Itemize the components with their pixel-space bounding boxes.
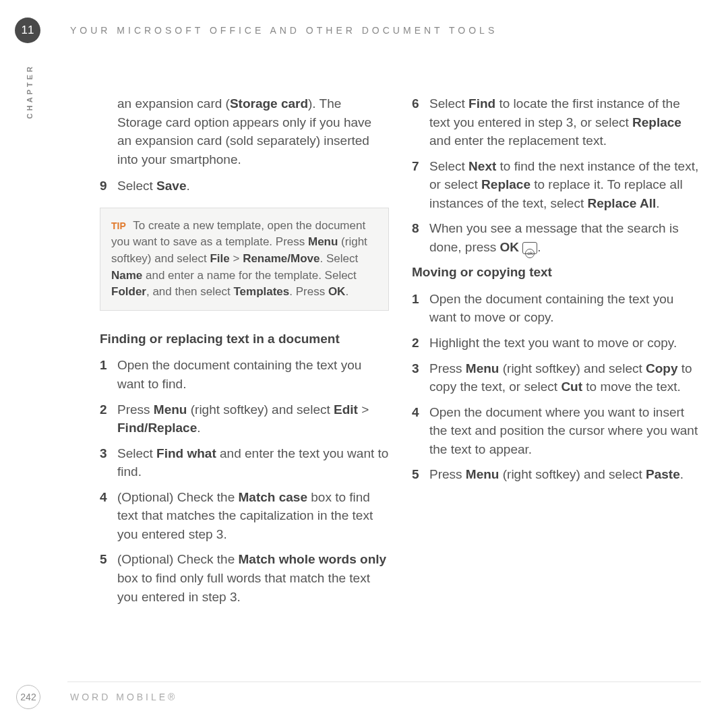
footer-divider [67,681,701,682]
tip-box: TIP To create a new template, open the d… [100,208,389,311]
t: > [230,252,243,265]
footer-title: WORD MOBILE® [70,692,177,702]
left-column: an expansion card (Storage card). The St… [100,94,389,613]
step-text: Open the document where you want to inse… [429,403,701,459]
step-number: 5 [100,550,117,606]
t: and enter a name for the template. Selec… [142,269,357,282]
t: Folder [111,285,146,298]
find-step-4: 4(Optional) Check the Match case box to … [100,488,389,544]
intro-paragraph: an expansion card (Storage card). The St… [117,94,389,169]
t: and enter the replacement text. [429,133,607,148]
step-number: 3 [100,444,117,481]
step-number: 1 [100,356,117,393]
t: (right softkey) and select [187,402,334,417]
t: Templates [233,285,289,298]
step-number: 4 [100,488,117,544]
chapter-label-vertical: CHAPTER [26,64,34,119]
t: Cut [561,380,582,394]
t: (right softkey) and select [499,467,646,481]
t: OK [328,285,346,298]
tip-label: TIP [111,220,126,231]
t: . [186,179,189,193]
chapter-number-badge: 11 [15,18,40,43]
t: , and then select [146,285,233,298]
t: Find [468,96,495,111]
t: Select [429,96,468,111]
t: Select [117,179,156,193]
t: Menu [466,467,499,481]
ok-icon: ok [522,242,537,254]
move-step-4: 4Open the document where you want to ins… [412,403,701,459]
move-step-5: 5Press Menu (right softkey) and select P… [412,465,701,484]
t: Press [117,402,154,417]
find-step-1: 1Open the document containing the text y… [100,356,389,393]
right-column: 6Select Find to locate the first instanc… [412,94,701,613]
find-step-5: 5(Optional) Check the Match whole words … [100,550,389,606]
t: . [537,240,541,254]
t: (right softkey) and select [499,361,646,375]
step-number: 6 [412,94,429,150]
t: Find/Replace [117,421,197,435]
t: Find what [156,446,216,460]
t: (Optional) Check the [117,490,239,504]
step-number: 7 [412,157,429,213]
find-step-8: 8When you see a message that the search … [412,219,701,256]
step-number: 3 [412,359,429,396]
t: Next [468,159,496,173]
step-number: 2 [100,400,117,437]
find-step-2: 2Press Menu (right softkey) and select E… [100,400,389,437]
step-number: 8 [412,219,429,256]
step-number: 5 [412,465,429,484]
t: Menu [466,361,499,375]
intro-pre: an expansion card ( [117,96,230,111]
t: Match whole words only [239,552,387,566]
t: Menu [154,402,187,417]
step-number: 9 [100,177,117,195]
t: Paste [646,467,680,481]
intro-bold: Storage card [230,96,308,111]
step-text: Press Menu (right softkey) and select Pa… [429,465,701,484]
page-number-badge: 242 [16,685,40,709]
t: Rename/Move [243,252,320,265]
t: Select [117,446,156,460]
step-text: Select Save. [117,177,389,195]
t: Press [429,361,466,375]
t: Replace [632,115,681,129]
t: . [197,421,200,435]
t: Name [111,269,142,282]
step-text: Select Next to find the next instance of… [429,157,701,213]
t: (Optional) Check the [117,552,239,566]
find-step-6: 6Select Find to locate the first instanc… [412,94,701,150]
step-text: Select Find what and enter the text you … [117,444,389,481]
step-9: 9 Select Save. [100,177,389,195]
step-number: 1 [412,290,429,327]
section-heading-find-replace: Finding or replacing text in a document [100,330,389,348]
t: Save [156,179,186,193]
t: Menu [308,235,338,248]
t: Press [429,467,466,481]
header-title: YOUR MICROSOFT OFFICE AND OTHER DOCUMENT… [70,25,497,36]
t: . Press [289,285,328,298]
move-step-2: 2Highlight the text you want to move or … [412,334,701,353]
step-text: (Optional) Check the Match whole words o… [117,550,389,606]
step-text: (Optional) Check the Match case box to f… [117,488,389,544]
step-text: Press Menu (right softkey) and select Co… [429,359,701,396]
content-area: an expansion card (Storage card). The St… [100,94,701,613]
t: . [680,467,684,481]
t: File [210,252,229,265]
t: . [345,285,348,298]
section-heading-move-copy: Moving or copying text [412,263,701,282]
t: . [656,196,659,210]
page-header: 11 YOUR MICROSOFT OFFICE AND OTHER DOCUM… [0,18,728,43]
t: to move the text. [582,380,681,394]
t: box to find only full words that match t… [117,571,370,604]
step-number: 4 [412,403,429,459]
step-text: Press Menu (right softkey) and select Ed… [117,400,389,437]
t: > [358,402,369,417]
step-text: When you see a message that the search i… [429,219,701,256]
ok-icon-inner: ok [525,249,535,258]
find-step-7: 7Select Next to find the next instance o… [412,157,701,213]
step-text: Select Find to locate the first instance… [429,94,701,150]
t: Replace All [587,196,656,210]
step-number: 2 [412,334,429,353]
